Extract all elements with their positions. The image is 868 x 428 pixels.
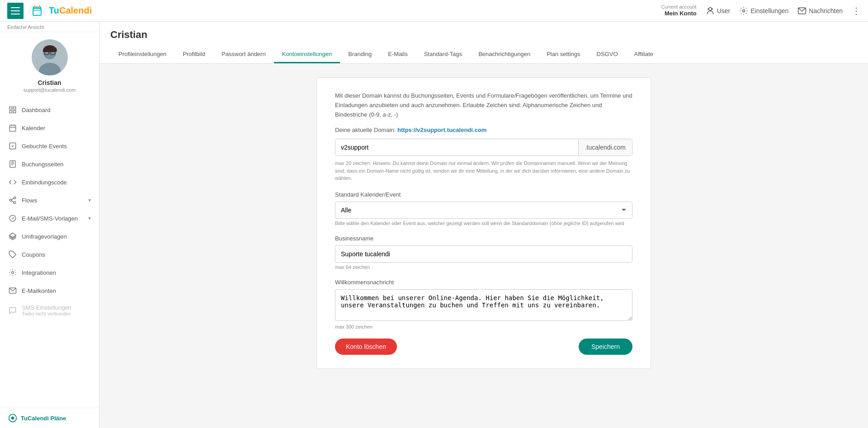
domain-input-row: .tucalendi.com bbox=[335, 139, 632, 156]
messages-action[interactable]: Nachrichten bbox=[797, 6, 843, 15]
tab-affiliate[interactable]: Affiliate bbox=[626, 46, 661, 63]
businessname-input[interactable] bbox=[335, 245, 632, 263]
sidebar-item-label: Kalender bbox=[22, 125, 45, 132]
page-title: Cristian bbox=[110, 29, 857, 41]
page-header: Cristian Profileinstellungen Profilbild … bbox=[99, 22, 868, 64]
check-circle-icon bbox=[8, 214, 17, 223]
sidebar-item-umfragevorlagen[interactable]: Umfragevorlagen bbox=[0, 227, 99, 245]
svg-point-29 bbox=[11, 417, 14, 420]
sms-item-label: SMS Einstellungen bbox=[22, 304, 71, 311]
sidebar-item-label: Einbindungscode bbox=[22, 179, 67, 186]
share-icon bbox=[8, 196, 17, 205]
info-text: Mit dieser Domain kannst du Buchungsseit… bbox=[335, 91, 632, 119]
more-button[interactable]: ⋮ bbox=[852, 5, 861, 16]
sidebar-item-emailkonten[interactable]: E-Mailkonten bbox=[0, 282, 99, 300]
user-action[interactable]: User bbox=[706, 6, 731, 15]
sidebar-user-email: support@tucalendi.com bbox=[24, 87, 76, 93]
message-circle-icon bbox=[8, 306, 17, 315]
svg-point-21 bbox=[9, 199, 12, 202]
sidebar-item-sms[interactable]: SMS Einstellungen Twilio nicht verbunden bbox=[0, 300, 99, 321]
delete-account-button[interactable]: Konto löschen bbox=[335, 339, 397, 355]
sidebar-item-email-sms[interactable]: E-Mail/SMS-Vorlagen ▾ bbox=[0, 209, 99, 227]
svg-rect-13 bbox=[9, 107, 12, 109]
tab-standard-tags[interactable]: Standard-Tags bbox=[416, 46, 471, 63]
svg-rect-16 bbox=[14, 111, 16, 113]
standard-kalender-label: Standard Kalender/Event bbox=[335, 191, 632, 198]
svg-point-3 bbox=[711, 8, 712, 9]
settings-gear-icon bbox=[8, 268, 17, 277]
tab-e-mails[interactable]: E-Mails bbox=[380, 46, 415, 63]
sidebar-item-label: E-Mail/SMS-Vorlagen bbox=[22, 215, 78, 222]
settings-card: Mit dieser Domain kannst du Buchungsseit… bbox=[316, 77, 651, 369]
tab-benachrichtigungen[interactable]: Benachrichtigungen bbox=[470, 46, 538, 63]
tab-plan-settings[interactable]: Plan settings bbox=[538, 46, 588, 63]
svg-rect-17 bbox=[9, 125, 16, 132]
sidebar-item-gebuchte-events[interactable]: Gebuchte Events bbox=[0, 137, 99, 155]
willkommensnachricht-hint: max 300 zeichen bbox=[335, 324, 632, 329]
tag-icon bbox=[8, 250, 17, 259]
standard-kalender-select[interactable]: Alle bbox=[335, 202, 632, 219]
mail-icon bbox=[797, 6, 807, 15]
sidebar-item-buchungsseiten[interactable]: Buchungsseiten bbox=[0, 155, 99, 173]
check-square-icon bbox=[8, 141, 17, 151]
tab-passwort-aendern[interactable]: Passwort ändern bbox=[213, 46, 274, 63]
menu-button[interactable] bbox=[7, 3, 24, 19]
tab-profilbild[interactable]: Profilbild bbox=[175, 46, 213, 63]
svg-point-5 bbox=[743, 9, 745, 12]
logo-text: TuCalendi bbox=[49, 5, 92, 16]
chevron-down-icon: ▾ bbox=[88, 215, 91, 221]
layers-icon bbox=[8, 232, 17, 241]
sms-item-subtitle: Twilio nicht verbunden bbox=[22, 311, 71, 316]
svg-point-26 bbox=[12, 272, 14, 274]
sms-item-content: SMS Einstellungen Twilio nicht verbunden bbox=[22, 304, 71, 316]
sidebar-item-flows[interactable]: Flows ▾ bbox=[0, 191, 99, 209]
willkommensnachricht-textarea[interactable]: Willkommen bei unserer Online-Agenda. Hi… bbox=[335, 289, 632, 321]
save-button[interactable]: Speichern bbox=[579, 339, 632, 355]
plans-circle-icon bbox=[8, 414, 17, 423]
simple-view-label: Einfache Ansicht bbox=[0, 22, 99, 32]
svg-point-0 bbox=[29, 3, 45, 19]
sidebar-profile: Cristian support@tucalendi.com bbox=[0, 32, 99, 97]
chevron-down-icon: ▾ bbox=[88, 197, 91, 203]
sidebar-item-einbindungscode[interactable]: Einbindungscode bbox=[0, 173, 99, 191]
sidebar-item-dashboard[interactable]: Dashboard bbox=[0, 101, 99, 119]
settings-action[interactable]: Einstellungen bbox=[739, 6, 788, 15]
current-account: Current account Mein Konto bbox=[661, 4, 696, 17]
sidebar-user-name: Cristian bbox=[38, 79, 61, 86]
sidebar-item-label: Integrationen bbox=[22, 269, 56, 276]
settings-icon bbox=[739, 6, 748, 15]
user-icon bbox=[706, 6, 715, 15]
sidebar-footer: TuCalendi Pläne bbox=[0, 408, 99, 428]
tab-branding[interactable]: Branding bbox=[340, 46, 380, 63]
sidebar-item-label: Dashboard bbox=[22, 107, 51, 113]
grid-icon bbox=[8, 105, 17, 114]
file-icon bbox=[8, 160, 17, 169]
main-content: Cristian Profileinstellungen Profilbild … bbox=[99, 22, 868, 428]
mail-envelope-icon bbox=[8, 286, 17, 295]
sidebar-item-label: Gebuchte Events bbox=[22, 143, 67, 150]
sidebar-item-coupons[interactable]: Coupons bbox=[0, 245, 99, 263]
domain-input[interactable] bbox=[335, 139, 578, 155]
tab-profileinstellungen[interactable]: Profileinstellungen bbox=[110, 46, 175, 63]
header-right: Current account Mein Konto User Einstell… bbox=[661, 4, 861, 17]
tabs: Profileinstellungen Profilbild Passwort … bbox=[110, 46, 857, 63]
sidebar-item-label: E-Mailkonten bbox=[22, 287, 56, 294]
current-domain-value: https://v2support.tucalendi.com bbox=[397, 127, 486, 133]
svg-point-22 bbox=[14, 202, 16, 204]
domain-suffix: .tucalendi.com bbox=[578, 139, 632, 155]
svg-point-2 bbox=[708, 7, 712, 10]
content-area: Mit dieser Domain kannst du Buchungsseit… bbox=[99, 64, 868, 382]
businessname-label: Businessname bbox=[335, 235, 632, 242]
sidebar-item-label: Coupons bbox=[22, 251, 45, 258]
logo-icon bbox=[29, 3, 45, 19]
action-row: Konto löschen Speichern bbox=[335, 339, 632, 355]
standard-kalender-hint: Bitte wähle den Kalender oder Event aus,… bbox=[335, 221, 632, 226]
tab-dsgvo[interactable]: DSGVO bbox=[589, 46, 626, 63]
tab-kontoeinstellungen[interactable]: Kontoeinstellungen bbox=[274, 46, 340, 63]
plans-link[interactable]: TuCalendi Pläne bbox=[8, 414, 91, 423]
sidebar-item-kalender[interactable]: Kalender bbox=[0, 119, 99, 137]
sidebar-item-label: Buchungsseiten bbox=[22, 161, 64, 168]
sidebar-item-integrationen[interactable]: Integrationen bbox=[0, 263, 99, 282]
willkommensnachricht-label: Willkommensnachricht bbox=[335, 279, 632, 286]
avatar bbox=[32, 39, 68, 75]
